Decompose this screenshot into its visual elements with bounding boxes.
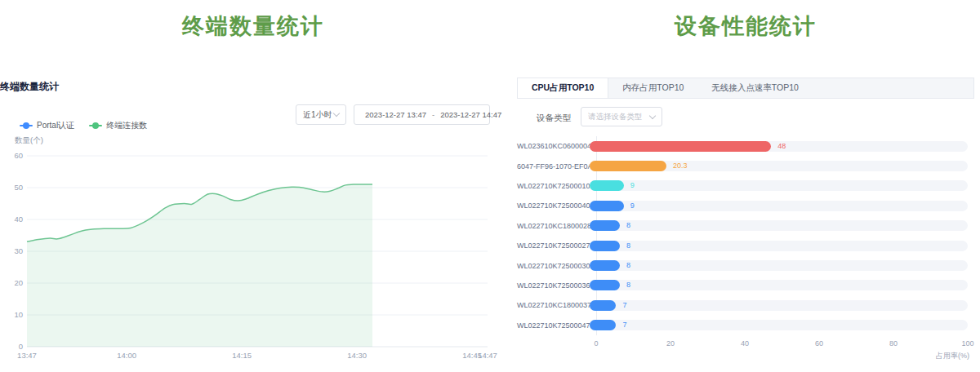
y-tick-label: 10	[14, 310, 23, 319]
bar-category-label: WL022710K725000470	[517, 321, 590, 330]
bar-chart-x-ticks: 020406080100	[517, 339, 974, 349]
date-range-picker[interactable]: 2023-12-27 13:47 - 2023-12-27 14:47	[354, 104, 490, 125]
legend-label: 终端连接数	[106, 120, 147, 131]
legend-item-0[interactable]: Portal认证	[20, 120, 74, 131]
legend-marker-icon	[20, 122, 33, 129]
bar-x-tick-label: 100	[961, 339, 973, 348]
time-preset-select[interactable]: 近1小时	[296, 104, 346, 125]
terminal-count-panel: 终端数量统计 终端数量统计 近1小时 2023-12-27 13:47 - 20…	[0, 0, 506, 372]
bar-row-9: WL022710K7250004707	[517, 316, 974, 335]
bar-x-tick-label: 60	[815, 339, 823, 348]
bar-track: 7	[590, 320, 968, 330]
bar-fill[interactable]	[590, 141, 771, 152]
bar-row-5: WL022710K7250002728	[517, 236, 974, 255]
bar-category-label: WL022710K725000369	[517, 281, 590, 290]
x-tick-label: 14:15	[232, 351, 252, 360]
bar-category-label: WL022710KC18000280	[517, 222, 590, 230]
legend-label: Portal认证	[37, 120, 74, 131]
bar-fill[interactable]	[590, 220, 620, 231]
x-tick-label: 14:00	[117, 351, 136, 360]
device-type-select[interactable]: 请选择设备类型	[581, 107, 662, 126]
bar-track: 8	[590, 280, 968, 290]
x-tick-label: 13:47	[17, 351, 37, 360]
y-tick-label: 40	[14, 215, 23, 224]
bar-fill[interactable]	[590, 300, 616, 311]
bar-track: 20.3	[590, 161, 968, 171]
bar-x-tick-label: 40	[741, 339, 749, 348]
bar-row-0: WL023610KC0600004348	[517, 136, 974, 156]
bar-row-6: WL022710K7250003078	[517, 255, 974, 275]
y-tick-label: 0	[19, 342, 23, 351]
y-tick-label: 20	[14, 278, 23, 287]
page-title-device-performance: 设备性能统计	[517, 0, 974, 41]
tab-CPU占用TOP10[interactable]: CPU占用TOP10	[518, 78, 608, 98]
bar-x-tick-label: 80	[889, 339, 898, 348]
bar-value-label: 9	[630, 180, 635, 191]
bar-fill[interactable]	[590, 280, 620, 290]
bar-value-label: 9	[630, 201, 635, 211]
bar-row-8: WL022710KC180003727	[517, 295, 974, 315]
bar-value-label: 8	[626, 220, 630, 231]
bar-track: 8	[590, 220, 968, 231]
bar-track: 48	[590, 141, 968, 152]
terminal-count-line-chart: 010203040506013:4714:0014:1514:3014:4514…	[0, 147, 506, 372]
bar-value-label: 7	[622, 300, 626, 311]
bar-value-label: 48	[777, 141, 786, 152]
bar-row-7: WL022710K7250003698	[517, 276, 974, 295]
y-tick-label: 50	[14, 183, 23, 192]
bar-fill[interactable]	[590, 201, 624, 211]
bar-track: 9	[590, 201, 968, 211]
tab-label: 内存占用TOP10	[622, 82, 684, 94]
y-tick-label: 60	[14, 151, 23, 160]
chevron-down-icon	[333, 110, 340, 117]
legend: Portal认证终端连接数	[20, 120, 147, 131]
date-end-value: 2023-12-27 14:47	[440, 110, 501, 119]
bar-category-label: WL022710K725000272	[517, 241, 590, 250]
y-axis-title: 数量(个)	[15, 135, 43, 146]
bar-category-label: WL023610KC06000043	[517, 142, 590, 150]
bar-value-label: 7	[622, 320, 626, 330]
x-tick-label: 14:30	[347, 351, 367, 360]
bar-row-3: WL022710K7250004099	[517, 196, 974, 215]
device-type-label: 设备类型	[537, 113, 571, 124]
bar-row-4: WL022710KC180002808	[517, 216, 974, 236]
bar-category-label: WL022710K725000307	[517, 262, 590, 270]
bar-x-tick-label: 20	[666, 339, 675, 348]
bar-x-tick-label: 0	[594, 339, 598, 348]
tab-label: CPU占用TOP10	[532, 82, 594, 94]
tab-无线接入点速率TOP10[interactable]: 无线接入点速率TOP10	[697, 78, 813, 98]
chevron-down-icon	[649, 112, 656, 118]
bar-fill[interactable]	[590, 241, 620, 251]
bar-fill[interactable]	[590, 161, 666, 171]
device-performance-panel: 设备性能统计 CPU占用TOP10内存占用TOP10无线接入点速率TOP10 设…	[517, 0, 974, 372]
performance-tabs: CPU占用TOP10内存占用TOP10无线接入点速率TOP10	[517, 78, 974, 99]
bar-category-label: 6047-FF96-1070-EF0A	[517, 162, 590, 170]
cpu-top10-bar-chart: WL023610KC06000043486047-FF96-1070-EF0A2…	[517, 136, 974, 335]
y-tick-label: 30	[14, 246, 23, 255]
legend-marker-icon	[89, 122, 102, 129]
bar-track: 8	[590, 241, 968, 251]
bar-value-label: 8	[626, 241, 630, 251]
panel-title-terminal-count: 终端数量统计	[0, 80, 59, 94]
time-preset-value: 近1小时	[303, 109, 332, 121]
bar-category-label: WL022710K725000409	[517, 202, 590, 210]
tab-内存占用TOP10[interactable]: 内存占用TOP10	[608, 78, 697, 98]
bar-fill[interactable]	[590, 180, 624, 191]
bar-value-label: 8	[626, 280, 630, 290]
date-start-value: 2023-12-27 13:47	[365, 110, 426, 119]
tab-label: 无线接入点速率TOP10	[711, 82, 799, 94]
bar-value-label: 20.3	[673, 161, 688, 171]
bar-fill[interactable]	[590, 320, 616, 330]
bar-chart-x-axis-title: 占用率(%)	[936, 351, 969, 361]
bar-row-1: 6047-FF96-1070-EF0A20.3	[517, 156, 974, 175]
bar-value-label: 8	[626, 260, 630, 271]
bar-track: 7	[590, 300, 968, 311]
bar-fill[interactable]	[590, 260, 620, 271]
series-area-终端连接数	[27, 184, 372, 347]
time-range-controls: 近1小时 2023-12-27 13:47 - 2023-12-27 14:47	[296, 104, 490, 125]
x-tick-label: 14:47	[478, 351, 497, 360]
bar-category-label: WL022710KC18000372	[517, 301, 590, 309]
bar-category-label: WL022710K725000102	[517, 182, 590, 190]
device-type-placeholder: 请选择设备类型	[588, 112, 643, 122]
legend-item-1[interactable]: 终端连接数	[89, 120, 147, 131]
